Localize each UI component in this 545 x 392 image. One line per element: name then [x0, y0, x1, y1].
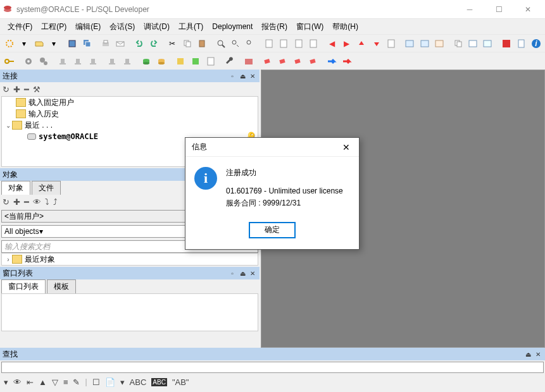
menu-window[interactable]: 窗口(W) — [292, 20, 327, 34]
drum-yellow-icon[interactable] — [154, 54, 168, 68]
grid2-icon[interactable] — [418, 37, 431, 51]
eraser1-icon[interactable] — [261, 54, 275, 68]
doc5-icon[interactable] — [384, 37, 398, 51]
copy-icon[interactable] — [180, 37, 194, 51]
arrow-left-icon[interactable]: ◀ — [325, 37, 339, 51]
close-button[interactable]: ✕ — [513, 0, 542, 19]
paste-icon[interactable] — [196, 37, 209, 51]
stamp3-icon[interactable] — [86, 54, 100, 68]
file-blue-icon[interactable] — [514, 37, 527, 51]
config-icon[interactable]: ⚒ — [33, 85, 41, 94]
grid1-icon[interactable] — [403, 37, 417, 51]
page-icon[interactable]: 📄 — [105, 377, 115, 387]
print-icon[interactable] — [99, 37, 112, 51]
save-all-icon[interactable] — [80, 37, 94, 51]
menu-report[interactable]: 报告(R) — [258, 20, 291, 34]
eraser2-icon[interactable] — [276, 54, 290, 68]
expander-icon[interactable]: ⌄ — [4, 122, 12, 129]
tool-green-icon[interactable] — [189, 54, 203, 68]
tab-windowlist[interactable]: 窗口列表 — [1, 279, 46, 293]
tree-item-fixed-users[interactable]: 载入固定用户 — [2, 97, 258, 108]
menu-edit[interactable]: 编辑(E) — [72, 20, 104, 34]
arrow-right-icon[interactable]: ▶ — [340, 37, 353, 51]
doc3-icon[interactable] — [292, 37, 305, 51]
email-icon[interactable] — [114, 37, 127, 51]
panel-dock-icon[interactable]: ▫ — [228, 71, 237, 80]
panel-close-icon[interactable]: ✕ — [248, 269, 257, 278]
tool-yellow-icon[interactable] — [173, 54, 187, 68]
page-dropdown-icon[interactable]: ▾ — [120, 377, 125, 387]
cut-icon[interactable]: ✂ — [166, 37, 179, 51]
dialog-close-button[interactable]: ✕ — [340, 141, 353, 154]
ab-quoted-icon[interactable]: "AB" — [172, 377, 189, 387]
redo-icon[interactable] — [147, 37, 160, 51]
grid3-icon[interactable] — [433, 37, 446, 51]
expander-icon[interactable]: › — [4, 256, 12, 263]
up-icon[interactable] — [355, 37, 368, 51]
find-next-icon[interactable] — [229, 37, 242, 51]
panel-close-icon[interactable]: ✕ — [534, 350, 542, 358]
search-dropdown-icon[interactable]: ▾ — [4, 377, 8, 387]
menu-session[interactable]: 会话(S) — [106, 20, 139, 34]
wrench-icon[interactable] — [223, 54, 237, 68]
tree-item-input-history[interactable]: 输入历史 — [2, 108, 258, 119]
copy-special-icon[interactable] — [451, 37, 465, 51]
filter-icon[interactable]: ⤵ — [45, 197, 49, 207]
list-icon[interactable] — [481, 37, 494, 51]
down-icon[interactable] — [370, 37, 383, 51]
tree-item-recent[interactable]: ⌄ 最近 . . . — [2, 119, 258, 131]
nav-up-icon[interactable]: ▲ — [39, 377, 47, 387]
binoculars-icon[interactable]: 👁 — [13, 377, 22, 387]
gear-icon[interactable] — [22, 54, 35, 68]
nav-down-icon[interactable]: ▽ — [52, 377, 58, 387]
open-icon[interactable] — [32, 37, 46, 51]
rows-icon[interactable]: ≡ — [63, 377, 68, 387]
key-icon[interactable] — [3, 54, 16, 68]
refresh-icon[interactable]: ↻ — [3, 197, 9, 207]
menu-deployment[interactable]: Deployment — [208, 21, 256, 32]
maximize-button[interactable]: ☐ — [484, 0, 513, 19]
oracle-red-icon[interactable] — [499, 37, 513, 51]
panel-close-icon[interactable]: ✕ — [248, 71, 257, 80]
blue-arrow-right-icon[interactable] — [325, 54, 339, 68]
help-icon[interactable]: i — [529, 37, 542, 51]
doc1-icon[interactable] — [262, 37, 275, 51]
minimize-button[interactable]: ─ — [455, 0, 484, 19]
menu-help[interactable]: 帮助(H) — [329, 20, 362, 34]
abc-icon[interactable]: ABC — [130, 377, 147, 387]
window-icon[interactable] — [466, 37, 479, 51]
save-icon[interactable] — [66, 37, 79, 51]
book-icon[interactable] — [242, 54, 256, 68]
menu-tools[interactable]: 工具(T) — [175, 20, 207, 34]
doc4-icon[interactable] — [306, 37, 320, 51]
doc2-icon[interactable] — [277, 37, 291, 51]
stamp2-icon[interactable] — [71, 54, 85, 68]
add-icon[interactable]: ✚ — [13, 197, 20, 207]
binoculars-icon[interactable]: 👁 — [33, 197, 41, 207]
ok-button[interactable]: 确定 — [249, 223, 295, 238]
find-icon[interactable] — [214, 37, 227, 51]
refresh-icon[interactable]: ↻ — [3, 85, 9, 94]
text-bg-icon[interactable]: ☐ — [92, 377, 100, 387]
new-icon[interactable] — [3, 37, 16, 51]
replace-icon[interactable] — [244, 37, 257, 51]
tool-doc-icon[interactable] — [204, 54, 218, 68]
nav-back-icon[interactable]: ⇤ — [27, 377, 34, 387]
tab-objects[interactable]: 对象 — [1, 181, 30, 195]
panel-pin-icon[interactable]: ⏏ — [238, 269, 247, 278]
remove-icon[interactable]: ━ — [24, 197, 29, 207]
stamp4-icon[interactable] — [105, 54, 119, 68]
add-icon[interactable]: ✚ — [13, 85, 20, 94]
stamp1-icon[interactable] — [56, 54, 70, 68]
stamp5-icon[interactable] — [120, 54, 134, 68]
dropdown-arrow-icon[interactable]: ▾ — [47, 37, 60, 51]
menu-file[interactable]: 文件(F) — [4, 20, 36, 34]
panel-pin-icon[interactable]: ⏏ — [238, 71, 247, 80]
panel-pin-icon[interactable]: ⏏ — [523, 350, 532, 358]
tab-template[interactable]: 模板 — [47, 279, 76, 293]
dropdown-arrow-icon[interactable]: ▾ — [17, 37, 30, 51]
eraser4-icon[interactable] — [306, 54, 320, 68]
drum-green-icon[interactable] — [139, 54, 153, 68]
tab-files[interactable]: 文件 — [32, 181, 61, 195]
sort-icon[interactable]: ⤴ — [53, 197, 58, 207]
